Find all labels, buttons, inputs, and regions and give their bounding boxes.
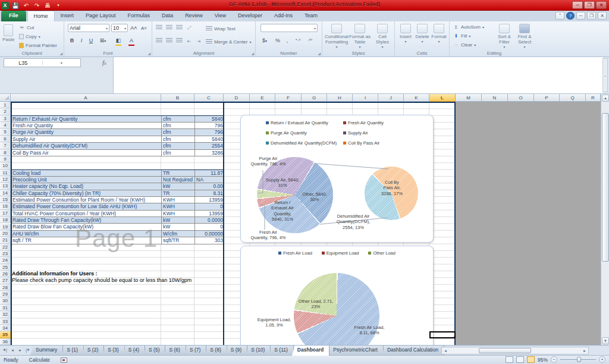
horizontal-scroll-thumb[interactable] [479, 348, 531, 353]
scroll-right-icon[interactable]: ▸ [581, 347, 588, 354]
vertical-scrollbar[interactable]: ▲ ▼ [601, 94, 609, 345]
row-header-7[interactable]: 7 [0, 142, 11, 149]
load-pie-chart[interactable]: Fresh Air LoadEquipment LoadOther Load O… [240, 246, 434, 345]
next-sheet-icon[interactable]: ▸ [17, 347, 24, 354]
cell[interactable]: TR [162, 170, 195, 177]
status-calculate[interactable]: Calculate [29, 357, 50, 363]
clipboard-launcher-icon[interactable]: ◢ [59, 51, 62, 55]
underline-button[interactable]: U [87, 36, 95, 45]
cell[interactable]: Cooling load [11, 170, 162, 177]
cell[interactable]: 0 [195, 224, 224, 230]
cell[interactable]: Coil By Pass Air [11, 150, 162, 156]
row-header-22[interactable]: 22 [0, 244, 11, 250]
row-header-30[interactable]: 30 [0, 297, 11, 304]
close-button[interactable]: ✕ [596, 1, 607, 9]
name-box[interactable]: L35 ▾ [4, 58, 81, 67]
align-middle-icon[interactable] [166, 25, 172, 30]
column-header-E[interactable]: E [250, 94, 275, 102]
cell[interactable]: 5840 [195, 136, 224, 143]
insert-cells-button[interactable]: Insert ▾ [397, 23, 414, 43]
formula-bar-expand-icon[interactable]: ⌄ [602, 58, 608, 92]
cell[interactable]: KWH [162, 197, 195, 203]
column-header-N[interactable]: N [482, 94, 508, 102]
format-painter-button[interactable]: Format Painter [19, 42, 57, 49]
ribbon-tab-home[interactable]: Home [27, 11, 55, 21]
zoom-out-icon[interactable]: − [551, 356, 557, 363]
align-top-icon[interactable] [156, 25, 162, 30]
cells-grid[interactable]: Return / Exhaust Air Quantitycfm5840Fres… [11, 102, 601, 345]
format-cells-button[interactable]: Format ▾ [431, 23, 447, 43]
cell[interactable]: 8.31 [195, 190, 224, 197]
ribbon-tab-add-ins[interactable]: Add-Ins [268, 11, 299, 21]
cell[interactable]: kW [162, 183, 195, 190]
row-header-5[interactable]: 5 [0, 128, 11, 135]
zoom-slider-thumb[interactable] [577, 357, 581, 362]
number-format-select[interactable]: ▾ [260, 24, 318, 32]
fill-button[interactable]: ⬇Fill ▾ [453, 32, 470, 40]
prev-sheet-icon[interactable]: ◂ [9, 347, 16, 354]
workbook-minimize-button[interactable]: ─ [576, 12, 585, 20]
cell[interactable]: Rated Draw Blow Fan Capacity(kW) [11, 224, 162, 230]
scroll-down-icon[interactable]: ▼ [602, 337, 609, 344]
ribbon-tab-review[interactable]: Review [179, 11, 209, 21]
row-header-17[interactable]: 17 [0, 210, 11, 216]
zoom-slider[interactable] [560, 359, 596, 360]
column-header-I[interactable]: I [353, 94, 378, 102]
sheet-tab-s-5-[interactable]: S (5) [143, 346, 165, 356]
cell[interactable]: 2554 [195, 143, 224, 149]
cell[interactable]: 0.00000 [195, 231, 224, 237]
table-row[interactable]: Precooling UnitNot RequiredNA [11, 177, 224, 183]
cell[interactable]: Purge Air Quantity [11, 129, 162, 136]
page-layout-view-icon[interactable] [516, 356, 524, 363]
row-header-29[interactable]: 29 [0, 291, 11, 297]
row-header-33[interactable]: 33 [0, 318, 11, 325]
cell[interactable]: Rated Draw Through Fan Capacity(kW) [11, 217, 162, 224]
table-row[interactable]: Coil By Pass Aircfm3286 [11, 150, 224, 156]
cell[interactable]: cfm [162, 129, 195, 136]
column-header-R[interactable]: R [586, 94, 601, 102]
table-row[interactable]: Chiller Capacity (70% Diversity) (In TR)… [11, 190, 224, 197]
paste-button[interactable]: Paste [2, 23, 14, 43]
increase-indent-icon[interactable]: ⇥ [196, 38, 202, 44]
row-header-6[interactable]: 6 [0, 136, 11, 142]
minimize-ribbon-icon[interactable]: ⌃ [555, 12, 564, 20]
sheet-tab-s-3-[interactable]: S (3) [102, 346, 124, 356]
row-header-25[interactable]: 25 [0, 264, 11, 271]
decrease-decimal-button[interactable]: ·⁰⁰ [306, 36, 314, 45]
table-row[interactable]: Supply Aircfm5840 [11, 136, 224, 143]
table-row[interactable]: Dehumidified Air Quantity(DCFM)cfm2554 [11, 143, 224, 149]
cell[interactable]: 0 [195, 203, 224, 210]
cell[interactable]: sqft/TR [162, 237, 195, 244]
italic-button[interactable]: I [77, 36, 86, 45]
cell-styles-button[interactable]: Cell Styles ▾ [372, 23, 393, 49]
cell[interactable]: Estimated Power Consumtion for Low Side … [11, 203, 162, 210]
ribbon-tab-developer[interactable]: Developer [232, 11, 268, 21]
cell[interactable]: cfm [162, 143, 195, 149]
cell[interactable]: cfm [162, 123, 195, 129]
column-header-D[interactable]: D [224, 94, 250, 102]
autosum-button[interactable]: ΣAutoSum ▾ [453, 23, 484, 31]
comma-style-button[interactable]: , [283, 36, 291, 45]
cell[interactable]: 13959 [195, 197, 224, 203]
wrap-text-button[interactable]: Wrap Text [206, 25, 236, 33]
row-header-12[interactable]: 12 [0, 176, 11, 183]
cell[interactable]: Precooling Unit [11, 177, 162, 183]
cell[interactable]: KWH [162, 203, 195, 210]
select-all-corner[interactable] [0, 94, 11, 102]
cell[interactable]: KWH [162, 211, 195, 217]
ribbon-tab-data[interactable]: Data [156, 11, 179, 21]
cell[interactable]: 3286 [195, 150, 224, 156]
ribbon-tab-team[interactable]: Team [299, 11, 324, 21]
cell[interactable]: cfm [162, 150, 195, 156]
find-select-button[interactable]: Find & Select ▾ [515, 23, 534, 49]
row-header-32[interactable]: 32 [0, 311, 11, 318]
cell[interactable]: Chiller Capacity (70% Diversity) (In TR) [11, 190, 162, 197]
cell[interactable]: Supply Air [11, 136, 162, 143]
maximize-button[interactable]: ❐ [584, 1, 595, 9]
cell[interactable]: 11.87 [195, 170, 224, 177]
cell[interactable]: 0.00 [195, 183, 224, 190]
formula-input[interactable] [113, 57, 603, 93]
column-header-B[interactable]: B [161, 94, 194, 102]
sheet-tab-s-6-[interactable]: S (6) [164, 346, 186, 356]
cell[interactable]: TR [162, 190, 195, 197]
